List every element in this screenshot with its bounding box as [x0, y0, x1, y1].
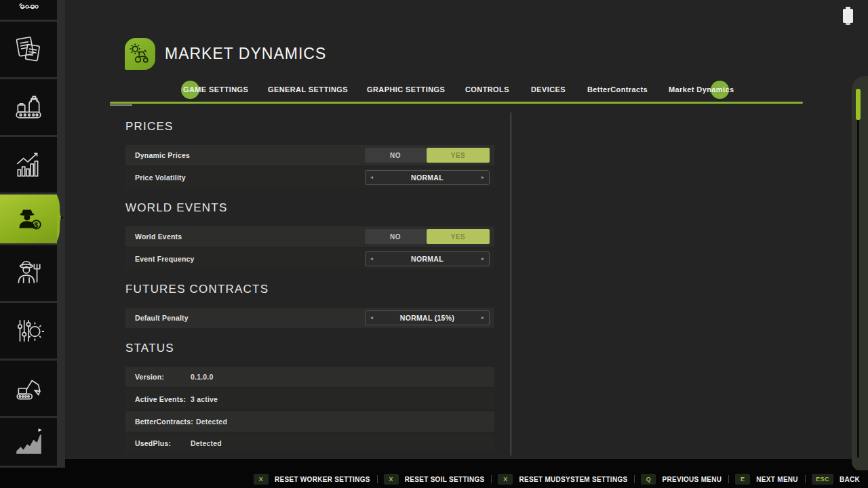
hint-separator	[377, 475, 378, 483]
hint-separator	[805, 475, 806, 483]
tab-bar: GAME SETTINGS GENERAL SETTINGS GRAPHIC S…	[0, 80, 868, 100]
sidebar-item-growth[interactable]	[0, 418, 57, 466]
content-divider	[511, 113, 511, 455]
tab-devices[interactable]: DEVICES	[531, 85, 566, 94]
setting-label: Price Volatility	[125, 174, 186, 182]
selector-prev-icon[interactable]: ◂	[366, 171, 378, 184]
section-title-prices: PRICES	[125, 121, 494, 133]
scrollbar-track[interactable]	[857, 120, 859, 458]
sidebar-item-excavator[interactable]	[0, 361, 57, 416]
setting-row-default-penalty: Default Penalty ◂ NORMAL (15%) ▸	[125, 308, 494, 328]
toggle-option-no[interactable]: NO	[365, 148, 426, 163]
status-label: UsedPlus:	[125, 439, 188, 447]
excavator-icon	[13, 373, 44, 404]
settings-panel: PRICES Dynamic Prices NO YES Price Volat…	[125, 121, 494, 453]
status-row-bettercontracts: BetterContracts: Detected	[125, 411, 494, 432]
selector-prev-icon[interactable]: ◂	[366, 252, 378, 266]
vehicle-partial-icon	[14, 3, 43, 17]
hint-back[interactable]: ESC BACK	[812, 474, 860, 485]
status-row-active-events: Active Events: 3 active	[125, 389, 494, 409]
hint-label: BACK	[840, 476, 860, 483]
sidebar-item-vehicles[interactable]	[0, 0, 57, 20]
hint-label: PREVIOUS MENU	[662, 476, 722, 483]
hint-reset-soil-settings[interactable]: X RESET SOIL SETTINGS	[384, 474, 492, 485]
section-title-futures-contracts: FUTURES CONTRACTS	[125, 283, 494, 296]
setting-label: World Events	[125, 232, 182, 241]
sidebar-item-workers[interactable]	[0, 245, 57, 301]
hint-reset-worker-settings[interactable]: X RESET WORKER SETTINGS	[254, 474, 377, 485]
tab-underline	[110, 102, 803, 104]
sidebar-item-vehicle-settings[interactable]	[0, 303, 57, 359]
key-x-badge: X	[384, 474, 399, 485]
section-title-status: STATUS	[125, 342, 494, 354]
status-value: 0.1.0.0	[191, 373, 214, 381]
hint-next-menu[interactable]: E NEXT MENU	[735, 474, 805, 485]
status-label: Version:	[125, 373, 188, 381]
event-frequency-selector[interactable]: ◂ NORMAL ▸	[365, 251, 490, 266]
price-volatility-selector[interactable]: ◂ NORMAL ▸	[365, 170, 490, 185]
hint-separator	[491, 475, 492, 483]
hint-label: RESET WORKER SETTINGS	[275, 476, 370, 483]
tab-game-settings[interactable]: GAME SETTINGS	[183, 85, 248, 94]
tab-controls[interactable]: CONTROLS	[465, 85, 509, 94]
status-label: Active Events:	[125, 395, 188, 403]
market-dynamics-settings-screen: $	[0, 0, 868, 488]
default-penalty-selector[interactable]: ◂ NORMAL (15%) ▸	[365, 310, 490, 325]
tab-bettercontracts[interactable]: BetterContracts	[587, 85, 648, 94]
tractor-gear-logo-icon	[127, 41, 153, 67]
section-title-world-events: WORLD EVENTS	[125, 202, 494, 214]
battery-icon	[843, 9, 853, 23]
status-row-usedplus: UsedPlus: Detected	[125, 434, 494, 453]
setting-label: Default Penalty	[125, 314, 189, 322]
selector-next-icon[interactable]: ▸	[477, 171, 489, 184]
setting-row-world-events: World Events NO YES	[125, 226, 494, 247]
world-events-toggle: NO YES	[365, 229, 490, 244]
status-value: 3 active	[191, 395, 218, 403]
setting-row-event-frequency: Event Frequency ◂ NORMAL ▸	[125, 249, 494, 269]
hint-separator	[634, 475, 635, 483]
hint-label: RESET MUDSYSTEM SETTINGS	[519, 476, 627, 483]
setting-label: Dynamic Prices	[125, 151, 190, 159]
tab-graphic-settings[interactable]: GRAPHIC SETTINGS	[367, 85, 445, 94]
key-q-badge: Q	[641, 474, 656, 485]
page-title: MARKET DYNAMICS	[165, 45, 326, 63]
hint-separator	[728, 475, 729, 483]
selector-next-icon[interactable]: ▸	[477, 252, 489, 266]
toggle-option-yes[interactable]: YES	[427, 229, 490, 244]
mod-logo	[125, 38, 155, 70]
statistics-icon	[13, 149, 44, 180]
hint-reset-mudsystem-settings[interactable]: X RESET MUDSYSTEM SETTINGS	[498, 474, 634, 485]
tab-market-dynamics[interactable]: Market Dynamics	[669, 85, 734, 94]
sidebar-item-contracts[interactable]	[0, 22, 57, 77]
sidebar-item-market-dynamics[interactable]: $	[0, 195, 57, 243]
setting-row-dynamic-prices: Dynamic Prices NO YES	[125, 145, 494, 165]
sidebar: $	[0, 0, 65, 468]
dynamic-prices-toggle: NO YES	[365, 148, 490, 163]
selector-value: NORMAL (15%)	[400, 314, 454, 322]
hint-label: NEXT MENU	[756, 476, 798, 483]
scrollbar-thumb[interactable]	[856, 89, 861, 120]
footer-hints-bar: X RESET WORKER SETTINGS X RESET SOIL SET…	[0, 470, 868, 488]
sidebar-item-statistics[interactable]	[0, 137, 57, 192]
setting-label: Event Frequency	[125, 255, 195, 263]
toggle-option-yes[interactable]: YES	[427, 148, 490, 163]
toggle-option-no[interactable]: NO	[365, 229, 426, 244]
hint-previous-menu[interactable]: Q PREVIOUS MENU	[641, 474, 728, 485]
hint-label: RESET SOIL SETTINGS	[405, 476, 485, 483]
selector-next-icon[interactable]: ▸	[477, 311, 489, 325]
tab-general-settings[interactable]: GENERAL SETTINGS	[268, 85, 348, 94]
vehicle-settings-icon	[13, 315, 44, 346]
sidebar-selected-bump	[57, 195, 64, 241]
setting-row-price-volatility: Price Volatility ◂ NORMAL ▸	[125, 167, 494, 188]
selector-prev-icon[interactable]: ◂	[366, 311, 378, 325]
key-x-badge: X	[254, 474, 269, 485]
contracts-icon	[13, 34, 44, 65]
growth-chart-icon	[13, 426, 44, 458]
status-value: Detected	[196, 418, 227, 426]
tab-underline-stub	[110, 104, 132, 106]
key-e-badge: E	[735, 474, 750, 485]
market-dynamics-icon: $	[13, 203, 44, 235]
scrollbar	[852, 76, 868, 471]
status-row-version: Version: 0.1.0.0	[125, 367, 494, 387]
selector-value: NORMAL	[411, 255, 443, 263]
